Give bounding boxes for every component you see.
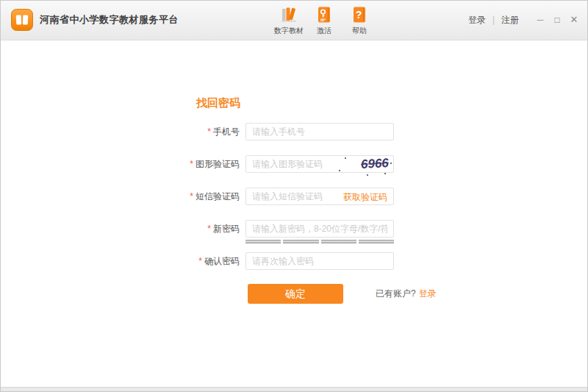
required-asterisk: * [190,159,193,169]
help-question-book-icon: ? [350,5,369,24]
login-hint: 已有账户? 登录 [376,284,437,304]
titlebar: 河南省中小学数字教材服务平台 数字教材 [1,1,587,40]
new-password-input-box [245,220,394,238]
confirm-button[interactable]: 确定 [248,284,343,304]
nav-item-label: 激活 [317,26,331,36]
nav-item-label: 数字教材 [274,26,304,36]
register-button[interactable]: 注册 [501,14,519,26]
login-button[interactable]: 登录 [468,14,486,26]
field-label: *手机号 [137,126,245,138]
minimize-button[interactable]: ─ [534,14,546,26]
phone-input-box [245,123,394,140]
password-strength-meter [245,240,394,243]
captcha-input-box: 6966 [245,155,394,173]
captcha-noise-dot [384,173,386,174]
required-asterisk: * [207,126,211,137]
window-controls: ─ □ ✕ [534,14,580,26]
have-account-text: 已有账户? [376,288,416,300]
field-label: *图形验证码 [137,158,245,171]
password-strength-segment [283,240,318,243]
captcha-noise-dot [339,170,340,171]
required-asterisk: * [198,256,202,266]
close-button[interactable]: ✕ [568,14,580,26]
form-row-sms-code: *短信验证码 获取验证码 [137,188,394,205]
nav-item-digital-textbooks[interactable]: 数字教材 [271,5,306,36]
captcha-noise-dot [390,163,392,164]
form-row-phone: *手机号 [137,123,394,140]
captcha-noise-dot [345,157,346,159]
header-nav: 数字教材 激活 ? 帮 [271,5,377,36]
get-code-link[interactable]: 获取验证码 [343,188,387,206]
confirm-password-input-box [245,252,394,270]
new-password-input[interactable] [246,221,393,237]
maximize-button[interactable]: □ [551,14,563,26]
brand: 河南省中小学数字教材服务平台 [11,9,179,31]
password-strength-segment [321,240,356,243]
required-asterisk: * [190,191,193,202]
question-mark-glyph: ? [356,9,362,21]
field-label: *新密码 [137,223,245,235]
app-window: 河南省中小学数字教材服务平台 数字教材 [0,0,588,392]
auth-area: 登录 | 注册 ─ □ ✕ [468,1,580,39]
nav-item-label: 帮助 [352,26,367,36]
nav-item-help[interactable]: ? 帮助 [342,5,377,36]
login-link[interactable]: 登录 [419,288,437,300]
app-title: 河南省中小学数字教材服务平台 [40,13,179,26]
field-label: *短信验证码 [137,190,245,203]
password-strength-segment [245,240,281,243]
window-bottom-frame [1,387,587,391]
page-title: 找回密码 [196,96,240,110]
confirm-password-input[interactable] [246,253,393,269]
field-label: *确认密码 [137,255,245,268]
app-logo-open-book-icon [11,9,33,31]
textbooks-icon [279,5,298,24]
password-strength-segment [359,240,394,243]
form-row-new-password: *新密码 [137,220,394,238]
captcha-noise-dot [367,174,368,176]
form-row-confirm-password: *确认密码 [137,252,394,270]
sms-code-input-box: 获取验证码 [245,188,394,205]
required-asterisk: * [207,224,211,234]
nav-item-activate[interactable]: 激活 [306,5,342,36]
captcha-image[interactable]: 6966 [361,156,390,172]
activate-key-book-icon [315,5,334,24]
phone-input[interactable] [246,124,393,140]
form-row-image-captcha: *图形验证码 6966 [137,155,394,173]
auth-divider: | [492,15,495,25]
